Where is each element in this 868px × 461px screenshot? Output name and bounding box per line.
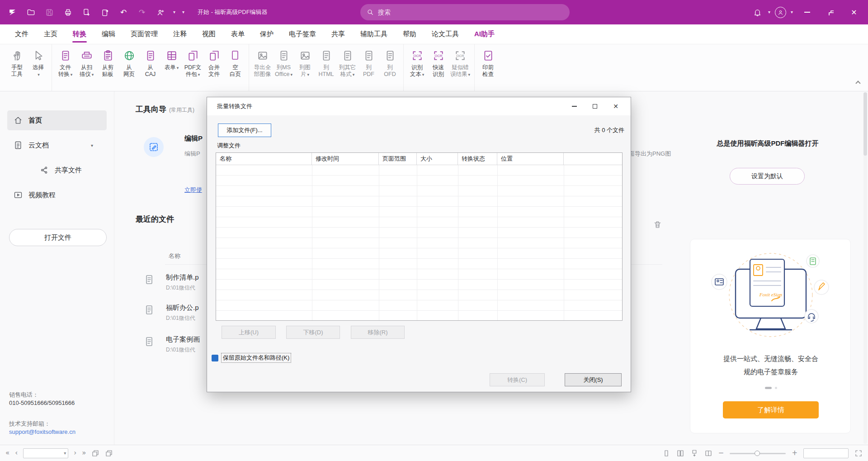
keep-path-checkbox-label[interactable]: 保留原始文件名和路径(K) xyxy=(222,353,291,362)
bell-icon[interactable] xyxy=(752,6,764,18)
ribbon-tool-to-image[interactable]: 到图片▾ xyxy=(294,44,316,91)
menu-item-comment[interactable]: 注释 xyxy=(165,24,194,44)
export-doc-icon[interactable] xyxy=(80,6,92,18)
dialog-titlebar[interactable]: 批量转换文件 ✕ xyxy=(207,97,631,115)
zoom-slider-handle[interactable] xyxy=(755,451,760,456)
menu-item-view[interactable]: 视图 xyxy=(194,24,223,44)
dialog-close-button[interactable]: ✕ xyxy=(605,97,626,115)
menu-item-file[interactable]: 文件 xyxy=(7,24,36,44)
ribbon-tool-to-html[interactable]: 到HTML xyxy=(316,44,337,91)
column-header-modified-time[interactable]: 修改时间 xyxy=(312,153,379,165)
menu-item-ai-assistant[interactable]: AI助手 xyxy=(467,24,502,44)
move-up-button[interactable]: 上移(U) xyxy=(222,326,276,339)
ribbon-tool-export-all-images[interactable]: 导出全部图像 xyxy=(252,44,273,91)
file-table[interactable]: 名称 修改时间 页面范围 大小 转换状态 位置 xyxy=(216,152,623,321)
snapshot-icon[interactable] xyxy=(91,449,99,457)
support-email-link[interactable]: support@foxitsoftware.cn xyxy=(9,428,75,436)
zoom-slider[interactable] xyxy=(730,450,786,457)
zoom-percent-box[interactable] xyxy=(803,448,849,458)
ribbon-tool-from-web[interactable]: 从网页 xyxy=(118,44,140,91)
page-number-input[interactable] xyxy=(25,450,64,456)
page-number-box[interactable]: ▾ xyxy=(23,448,68,458)
open-file-button[interactable]: 打开文件 xyxy=(9,229,107,246)
single-page-view-icon[interactable] xyxy=(662,449,670,457)
ribbon-tool-to-ms-office[interactable]: 到MSOffice▾ xyxy=(273,44,294,91)
previous-page-button[interactable]: ‹ xyxy=(15,450,18,456)
menu-item-protect[interactable]: 保护 xyxy=(252,24,281,44)
edit-pdf-tool-icon[interactable] xyxy=(144,137,164,157)
menu-item-home[interactable]: 主页 xyxy=(36,24,65,44)
remove-button[interactable]: 移除(R) xyxy=(351,326,405,339)
zoom-percent-input[interactable] xyxy=(804,449,848,458)
sidebar-item-video-tutorials[interactable]: 视频教程 xyxy=(7,185,107,205)
ribbon-tool-blank-page[interactable]: 空白页 xyxy=(225,44,246,91)
avatar-chevron-icon[interactable]: ▾ xyxy=(791,10,793,14)
bell-chevron-icon[interactable]: ▾ xyxy=(768,10,770,14)
share-user-icon[interactable] xyxy=(155,6,166,18)
ribbon-tool-hand[interactable]: 手型工具 xyxy=(6,44,28,91)
search-bar[interactable] xyxy=(360,4,570,20)
column-header-page-range[interactable]: 页面范围 xyxy=(379,153,417,165)
restore-button[interactable] xyxy=(821,0,840,24)
column-header-location[interactable]: 位置 xyxy=(497,153,564,165)
menu-item-form[interactable]: 表单 xyxy=(223,24,252,44)
redo-icon[interactable]: ↷ xyxy=(136,6,148,18)
menu-item-accessibility[interactable]: 辅助工具 xyxy=(353,24,395,44)
dialog-minimize-button[interactable] xyxy=(564,97,585,115)
column-header-name[interactable]: 名称 xyxy=(216,153,312,165)
ribbon-tool-file-convert[interactable]: 文件转换▾ xyxy=(55,44,76,91)
sidebar-item-cloud-docs[interactable]: 云文档 ▾ xyxy=(7,135,107,155)
carousel-dot[interactable] xyxy=(775,387,777,389)
close-button[interactable]: ✕ xyxy=(844,0,863,24)
next-page-button[interactable]: › xyxy=(74,450,76,456)
use-now-link[interactable]: 立即使 xyxy=(184,186,202,194)
facing-page-view-icon[interactable] xyxy=(676,449,684,457)
last-page-button[interactable]: » xyxy=(82,450,86,456)
add-files-button[interactable]: 添加文件(F)... xyxy=(218,124,271,137)
file-table-body[interactable] xyxy=(216,165,622,320)
ribbon-tool-recognize-text[interactable]: 识别文本▾ xyxy=(406,44,428,91)
print-icon[interactable] xyxy=(62,6,74,18)
fullscreen-icon[interactable] xyxy=(854,449,863,457)
collapse-ribbon-icon[interactable] xyxy=(856,80,862,86)
ribbon-tool-select[interactable]: 选择▾ xyxy=(28,44,49,91)
minimize-button[interactable] xyxy=(797,0,816,24)
ribbon-tool-preflight[interactable]: 印前检查 xyxy=(477,44,499,91)
dialog-maximize-button[interactable] xyxy=(585,97,605,115)
set-as-default-button[interactable]: 设置为默认 xyxy=(730,168,805,185)
zoom-out-button[interactable]: − xyxy=(718,450,724,456)
menu-item-paper-tools[interactable]: 论文工具 xyxy=(424,24,467,44)
ribbon-tool-pdf-portfolio[interactable]: PDF文件包▾ xyxy=(182,44,203,91)
keep-path-option[interactable]: 保留原始文件名和路径(K) xyxy=(212,353,291,362)
open-folder-icon[interactable] xyxy=(25,6,37,18)
first-page-button[interactable]: « xyxy=(5,450,9,456)
move-down-button[interactable]: 下移(D) xyxy=(286,326,340,339)
carousel-dot-active[interactable] xyxy=(765,387,772,389)
ribbon-tool-combine-files[interactable]: 合并文件 xyxy=(203,44,225,91)
vertical-scrollbar[interactable] xyxy=(863,92,867,444)
convert-button[interactable]: 转换(C) xyxy=(490,373,545,386)
clipboard-copy-icon[interactable] xyxy=(105,449,113,457)
menu-item-convert[interactable]: 转换 xyxy=(65,24,94,44)
scrollbar-thumb[interactable] xyxy=(863,92,867,156)
ribbon-tool-from-caj[interactable]: 从CAJ xyxy=(140,44,161,91)
ribbon-tool-quick-recognize[interactable]: 快速识别 xyxy=(428,44,449,91)
ribbon-tool-to-other-format[interactable]: 到其它格式▾ xyxy=(337,44,358,91)
continuous-scroll-view-icon[interactable] xyxy=(690,449,698,457)
ribbon-tool-to-ofd[interactable]: 到OFD xyxy=(379,44,401,91)
ribbon-tool-suspect-results[interactable]: 疑似错误结果▾ xyxy=(449,44,472,91)
menu-item-edit[interactable]: 编辑 xyxy=(94,24,123,44)
keep-path-checkbox[interactable] xyxy=(212,355,218,361)
ribbon-tool-form[interactable]: 表单▾ xyxy=(161,44,182,91)
learn-more-button[interactable]: 了解详情 xyxy=(723,401,819,418)
menu-item-help[interactable]: 帮助 xyxy=(395,24,424,44)
sidebar-item-home[interactable]: 首页 xyxy=(7,110,107,130)
menu-item-page-manage[interactable]: 页面管理 xyxy=(123,24,165,44)
column-header-convert-status[interactable]: 转换状态 xyxy=(458,153,497,165)
book-view-icon[interactable] xyxy=(704,449,712,457)
search-input[interactable] xyxy=(378,9,563,16)
close-dialog-button[interactable]: 关闭(S) xyxy=(565,373,622,386)
chevron-down-icon[interactable]: ▾ xyxy=(64,451,66,456)
menu-item-share[interactable]: 共享 xyxy=(324,24,353,44)
sidebar-item-shared-files[interactable]: 共享文件 xyxy=(7,160,107,180)
